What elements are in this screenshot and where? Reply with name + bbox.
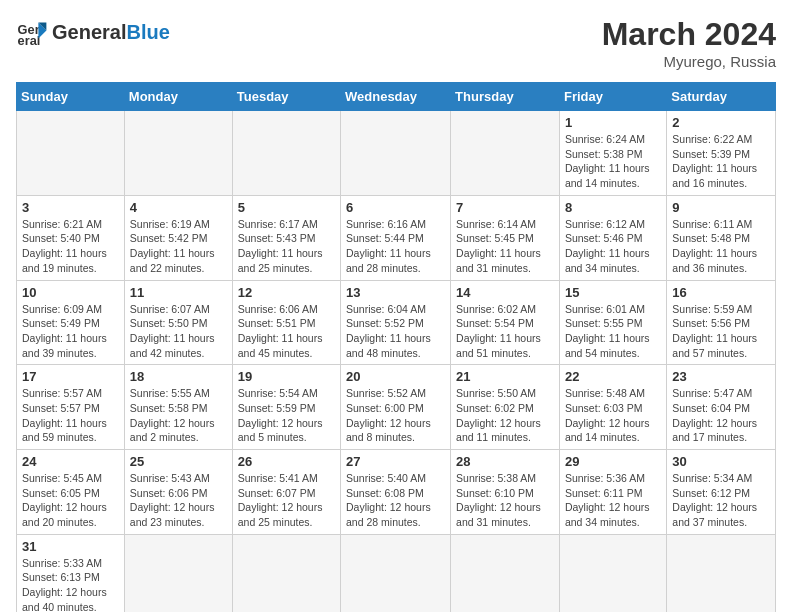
day-number: 26 — [238, 454, 335, 469]
day-number: 17 — [22, 369, 119, 384]
calendar-cell: 12Sunrise: 6:06 AM Sunset: 5:51 PM Dayli… — [232, 280, 340, 365]
day-number: 12 — [238, 285, 335, 300]
calendar-cell — [667, 534, 776, 612]
calendar-cell: 5Sunrise: 6:17 AM Sunset: 5:43 PM Daylig… — [232, 195, 340, 280]
logo-icon: Gen eral — [16, 16, 48, 48]
calendar-cell: 31Sunrise: 5:33 AM Sunset: 6:13 PM Dayli… — [17, 534, 125, 612]
day-info: Sunrise: 6:22 AM Sunset: 5:39 PM Dayligh… — [672, 132, 770, 191]
logo-general: General — [52, 21, 126, 43]
weekday-header-friday: Friday — [559, 83, 666, 111]
day-info: Sunrise: 5:33 AM Sunset: 6:13 PM Dayligh… — [22, 556, 119, 612]
day-info: Sunrise: 5:43 AM Sunset: 6:06 PM Dayligh… — [130, 471, 227, 530]
calendar-cell: 29Sunrise: 5:36 AM Sunset: 6:11 PM Dayli… — [559, 450, 666, 535]
calendar-cell: 4Sunrise: 6:19 AM Sunset: 5:42 PM Daylig… — [124, 195, 232, 280]
calendar-cell: 11Sunrise: 6:07 AM Sunset: 5:50 PM Dayli… — [124, 280, 232, 365]
day-info: Sunrise: 5:34 AM Sunset: 6:12 PM Dayligh… — [672, 471, 770, 530]
day-info: Sunrise: 5:41 AM Sunset: 6:07 PM Dayligh… — [238, 471, 335, 530]
weekday-header-wednesday: Wednesday — [341, 83, 451, 111]
day-number: 20 — [346, 369, 445, 384]
weekday-header-row: SundayMondayTuesdayWednesdayThursdayFrid… — [17, 83, 776, 111]
day-info: Sunrise: 6:19 AM Sunset: 5:42 PM Dayligh… — [130, 217, 227, 276]
calendar-cell: 2Sunrise: 6:22 AM Sunset: 5:39 PM Daylig… — [667, 111, 776, 196]
day-number: 25 — [130, 454, 227, 469]
day-info: Sunrise: 6:04 AM Sunset: 5:52 PM Dayligh… — [346, 302, 445, 361]
calendar-cell — [341, 111, 451, 196]
page-header: Gen eral GeneralBlue March 2024 Myurego,… — [16, 16, 776, 70]
day-number: 22 — [565, 369, 661, 384]
day-info: Sunrise: 6:21 AM Sunset: 5:40 PM Dayligh… — [22, 217, 119, 276]
week-row-2: 3Sunrise: 6:21 AM Sunset: 5:40 PM Daylig… — [17, 195, 776, 280]
calendar-cell: 18Sunrise: 5:55 AM Sunset: 5:58 PM Dayli… — [124, 365, 232, 450]
day-info: Sunrise: 6:24 AM Sunset: 5:38 PM Dayligh… — [565, 132, 661, 191]
calendar-cell: 21Sunrise: 5:50 AM Sunset: 6:02 PM Dayli… — [451, 365, 560, 450]
week-row-6: 31Sunrise: 5:33 AM Sunset: 6:13 PM Dayli… — [17, 534, 776, 612]
calendar-cell — [124, 111, 232, 196]
week-row-1: 1Sunrise: 6:24 AM Sunset: 5:38 PM Daylig… — [17, 111, 776, 196]
title-block: March 2024 Myurego, Russia — [602, 16, 776, 70]
day-number: 28 — [456, 454, 554, 469]
week-row-5: 24Sunrise: 5:45 AM Sunset: 6:05 PM Dayli… — [17, 450, 776, 535]
logo-blue: Blue — [126, 21, 169, 43]
day-info: Sunrise: 6:09 AM Sunset: 5:49 PM Dayligh… — [22, 302, 119, 361]
day-number: 15 — [565, 285, 661, 300]
calendar-cell: 1Sunrise: 6:24 AM Sunset: 5:38 PM Daylig… — [559, 111, 666, 196]
day-number: 31 — [22, 539, 119, 554]
calendar-cell: 16Sunrise: 5:59 AM Sunset: 5:56 PM Dayli… — [667, 280, 776, 365]
calendar-cell — [451, 111, 560, 196]
calendar-cell — [451, 534, 560, 612]
day-number: 27 — [346, 454, 445, 469]
day-number: 6 — [346, 200, 445, 215]
svg-text:eral: eral — [18, 33, 41, 48]
calendar-cell: 22Sunrise: 5:48 AM Sunset: 6:03 PM Dayli… — [559, 365, 666, 450]
day-number: 8 — [565, 200, 661, 215]
weekday-header-sunday: Sunday — [17, 83, 125, 111]
day-info: Sunrise: 6:06 AM Sunset: 5:51 PM Dayligh… — [238, 302, 335, 361]
day-info: Sunrise: 5:50 AM Sunset: 6:02 PM Dayligh… — [456, 386, 554, 445]
day-info: Sunrise: 5:48 AM Sunset: 6:03 PM Dayligh… — [565, 386, 661, 445]
day-info: Sunrise: 5:40 AM Sunset: 6:08 PM Dayligh… — [346, 471, 445, 530]
day-info: Sunrise: 5:54 AM Sunset: 5:59 PM Dayligh… — [238, 386, 335, 445]
day-number: 4 — [130, 200, 227, 215]
calendar: SundayMondayTuesdayWednesdayThursdayFrid… — [16, 82, 776, 612]
calendar-cell: 7Sunrise: 6:14 AM Sunset: 5:45 PM Daylig… — [451, 195, 560, 280]
calendar-cell: 10Sunrise: 6:09 AM Sunset: 5:49 PM Dayli… — [17, 280, 125, 365]
day-number: 16 — [672, 285, 770, 300]
weekday-header-saturday: Saturday — [667, 83, 776, 111]
calendar-cell: 8Sunrise: 6:12 AM Sunset: 5:46 PM Daylig… — [559, 195, 666, 280]
weekday-header-monday: Monday — [124, 83, 232, 111]
calendar-cell — [341, 534, 451, 612]
day-number: 13 — [346, 285, 445, 300]
day-number: 30 — [672, 454, 770, 469]
day-info: Sunrise: 5:38 AM Sunset: 6:10 PM Dayligh… — [456, 471, 554, 530]
calendar-cell: 15Sunrise: 6:01 AM Sunset: 5:55 PM Dayli… — [559, 280, 666, 365]
calendar-cell — [559, 534, 666, 612]
day-info: Sunrise: 5:52 AM Sunset: 6:00 PM Dayligh… — [346, 386, 445, 445]
calendar-cell: 28Sunrise: 5:38 AM Sunset: 6:10 PM Dayli… — [451, 450, 560, 535]
day-info: Sunrise: 6:12 AM Sunset: 5:46 PM Dayligh… — [565, 217, 661, 276]
calendar-cell: 6Sunrise: 6:16 AM Sunset: 5:44 PM Daylig… — [341, 195, 451, 280]
calendar-cell: 13Sunrise: 6:04 AM Sunset: 5:52 PM Dayli… — [341, 280, 451, 365]
day-info: Sunrise: 5:59 AM Sunset: 5:56 PM Dayligh… — [672, 302, 770, 361]
calendar-cell — [232, 111, 340, 196]
location: Myurego, Russia — [602, 53, 776, 70]
day-number: 5 — [238, 200, 335, 215]
day-number: 2 — [672, 115, 770, 130]
day-number: 23 — [672, 369, 770, 384]
day-info: Sunrise: 6:01 AM Sunset: 5:55 PM Dayligh… — [565, 302, 661, 361]
week-row-4: 17Sunrise: 5:57 AM Sunset: 5:57 PM Dayli… — [17, 365, 776, 450]
weekday-header-thursday: Thursday — [451, 83, 560, 111]
calendar-cell — [17, 111, 125, 196]
day-info: Sunrise: 6:16 AM Sunset: 5:44 PM Dayligh… — [346, 217, 445, 276]
day-number: 24 — [22, 454, 119, 469]
day-info: Sunrise: 5:45 AM Sunset: 6:05 PM Dayligh… — [22, 471, 119, 530]
calendar-cell — [124, 534, 232, 612]
calendar-cell: 24Sunrise: 5:45 AM Sunset: 6:05 PM Dayli… — [17, 450, 125, 535]
day-number: 11 — [130, 285, 227, 300]
calendar-cell: 27Sunrise: 5:40 AM Sunset: 6:08 PM Dayli… — [341, 450, 451, 535]
weekday-header-tuesday: Tuesday — [232, 83, 340, 111]
calendar-cell: 30Sunrise: 5:34 AM Sunset: 6:12 PM Dayli… — [667, 450, 776, 535]
calendar-cell: 17Sunrise: 5:57 AM Sunset: 5:57 PM Dayli… — [17, 365, 125, 450]
month-title: March 2024 — [602, 16, 776, 53]
calendar-cell: 23Sunrise: 5:47 AM Sunset: 6:04 PM Dayli… — [667, 365, 776, 450]
day-info: Sunrise: 5:36 AM Sunset: 6:11 PM Dayligh… — [565, 471, 661, 530]
